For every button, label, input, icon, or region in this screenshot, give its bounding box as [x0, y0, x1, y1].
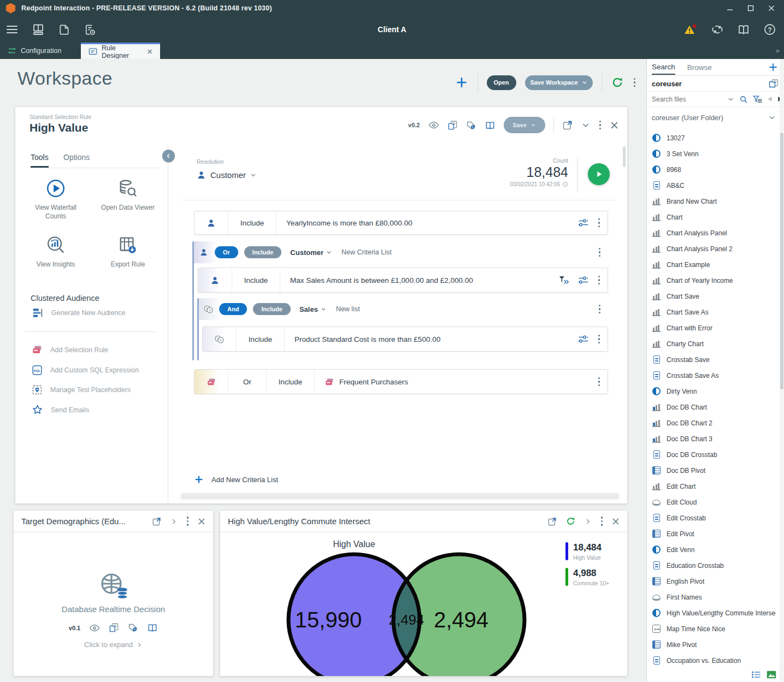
edit-criteria-sliders-icon[interactable]	[577, 334, 589, 344]
rule-menu-icon[interactable]	[598, 120, 603, 131]
thumbnail-view-icon[interactable]	[767, 671, 776, 679]
sidebar-tab-search[interactable]: Search	[652, 60, 675, 75]
open-in-window-icon[interactable]	[547, 517, 557, 526]
list-item[interactable]: 8968	[647, 162, 776, 177]
filter-fastforward-icon[interactable]	[558, 275, 569, 285]
include-pill[interactable]: Include	[244, 246, 282, 258]
edit-criteria-sliders-icon[interactable]	[577, 218, 589, 228]
search-icon[interactable]	[739, 95, 748, 104]
group-entity-dropdown[interactable]: Sales	[299, 305, 326, 313]
list-item[interactable]: Chart Save	[647, 288, 776, 304]
tab-tools[interactable]: Tools	[31, 153, 49, 168]
group-name[interactable]: New Criteria List	[341, 248, 392, 256]
include-pill[interactable]: Include	[253, 303, 291, 315]
collapse-panel-chevron-icon[interactable]	[581, 121, 590, 129]
send-emails-button[interactable]: Send Emails	[32, 404, 89, 416]
bool-operator[interactable]: Or	[228, 370, 267, 394]
list-item[interactable]: 3 Set Venn	[647, 146, 776, 162]
add-workspace-item-icon[interactable]	[455, 75, 469, 90]
criteria-row[interactable]: Or Include Frequent Purchasers	[194, 369, 608, 394]
criteria-row[interactable]: $$ Include Product Standard Cost is more…	[202, 327, 608, 352]
list-item[interactable]: Chart with Error	[647, 320, 776, 336]
criteria-text[interactable]: Max Sales Amount is between £1,000.00 an…	[280, 276, 558, 284]
tab-close-icon[interactable]	[147, 49, 152, 55]
info-icon[interactable]	[562, 181, 568, 187]
folder-collapse-chevron-icon[interactable]	[768, 114, 779, 121]
search-options-chevron-icon[interactable]	[727, 96, 734, 103]
open-folder-copy-icon[interactable]	[768, 79, 779, 88]
criteria-text[interactable]: YearlyIncome is more than £80,000.00	[276, 219, 577, 227]
list-item[interactable]: High Value/Lengthy Commute Intersect	[647, 605, 776, 621]
criteria-menu-icon[interactable]	[597, 275, 602, 286]
maximize-button[interactable]	[742, 2, 759, 15]
list-item[interactable]: AB&C	[647, 177, 776, 193]
criteria-op[interactable]: Include	[237, 327, 285, 351]
list-item[interactable]: Dirty Venn	[647, 383, 776, 399]
group-menu-icon[interactable]	[598, 247, 602, 258]
export-rule-button[interactable]: Export Rule	[92, 232, 164, 288]
open-button[interactable]: Open	[487, 75, 516, 90]
list-item[interactable]: Edit Venn	[647, 542, 776, 558]
tag-icon[interactable]	[128, 623, 138, 632]
documentation-book-icon[interactable]	[737, 23, 750, 36]
list-item[interactable]: Occupation vs. Education	[647, 653, 776, 666]
refresh-icon[interactable]	[611, 76, 624, 89]
list-item[interactable]: Map Time Nice Nice	[647, 621, 776, 637]
group-name[interactable]: New list	[336, 305, 360, 313]
panel-menu-icon[interactable]	[600, 515, 604, 527]
list-item[interactable]: Edit Crosstab	[647, 510, 776, 526]
close-panel-icon[interactable]	[198, 518, 205, 525]
tab-rule-designer[interactable]: Rule Designer	[81, 43, 160, 59]
add-selection-rule-button[interactable]: Add Selection Rule	[32, 345, 108, 354]
sidebar-add-icon[interactable]	[768, 62, 779, 73]
list-item[interactable]: 13027	[647, 130, 776, 146]
list-item[interactable]: Crosstab Save As	[647, 367, 776, 383]
list-item[interactable]: Edit Pivot	[647, 526, 776, 542]
save-rule-button[interactable]: Save	[504, 117, 545, 133]
list-item[interactable]: Chart of Yearly Income	[647, 272, 776, 288]
search-files-input[interactable]	[652, 96, 723, 103]
criteria-text[interactable]: Frequent Purchasers	[315, 378, 597, 386]
preview-eye-icon[interactable]	[428, 121, 439, 129]
resolution-dropdown[interactable]: Customer	[197, 170, 256, 180]
duplicate-icon[interactable]	[447, 120, 458, 131]
list-item[interactable]: Chart Save As	[647, 304, 776, 320]
list-item[interactable]: English Pivot	[647, 573, 776, 589]
alerts-warning-icon[interactable]	[683, 23, 698, 36]
save-workspace-button[interactable]: Save Workspace	[525, 75, 593, 90]
add-custom-sql-button[interactable]: SQL Add Custom SQL Expression	[32, 365, 139, 376]
list-view-icon[interactable]	[751, 671, 761, 679]
list-item[interactable]: Crosstab Save	[647, 352, 776, 367]
group-menu-icon[interactable]	[598, 304, 602, 315]
help-icon[interactable]: ?	[763, 23, 776, 36]
sidebar-scrollbar[interactable]	[780, 59, 784, 682]
folder-group-header[interactable]: coreuser (User Folder)	[647, 107, 784, 128]
criteria-horizontal-scrollbar[interactable]	[180, 493, 620, 500]
panel-menu-icon[interactable]	[186, 515, 190, 527]
list-item[interactable]: Chart Example	[647, 257, 776, 272]
criteria-op[interactable]: Include	[267, 370, 315, 394]
list-item[interactable]: Edit Cloud	[647, 494, 776, 510]
list-item[interactable]: First Names	[647, 589, 776, 605]
open-in-window-icon[interactable]	[152, 517, 162, 526]
manage-test-placeholders-button[interactable]: Manage Test Placeholders	[32, 384, 131, 395]
search-input[interactable]	[652, 80, 756, 88]
notes-book-icon[interactable]	[485, 121, 496, 130]
click-to-expand-button[interactable]: Click to expand	[84, 641, 143, 649]
list-item[interactable]: Doc DB Chart 3	[647, 431, 776, 447]
filter-results-icon[interactable]	[753, 95, 762, 103]
close-panel-icon[interactable]	[612, 518, 620, 525]
criteria-op[interactable]: Include	[228, 211, 276, 234]
tab-options[interactable]: Options	[63, 153, 90, 162]
duplicate-icon[interactable]	[109, 622, 119, 633]
collapse-sidebar-button[interactable]	[162, 150, 175, 162]
preview-eye-icon[interactable]	[89, 624, 100, 632]
criteria-menu-icon[interactable]	[597, 334, 602, 345]
sidebar-tab-browse[interactable]: Browse	[687, 60, 712, 74]
close-window-button[interactable]	[763, 2, 780, 15]
sync-icon[interactable]	[711, 23, 724, 36]
list-item[interactable]: Chart Analysis Panel 2	[647, 241, 776, 257]
criteria-vertical-scrollbar[interactable]	[623, 146, 626, 167]
criteria-op[interactable]: Include	[232, 268, 280, 292]
list-item[interactable]: Chart Analysis Panel	[647, 225, 776, 241]
